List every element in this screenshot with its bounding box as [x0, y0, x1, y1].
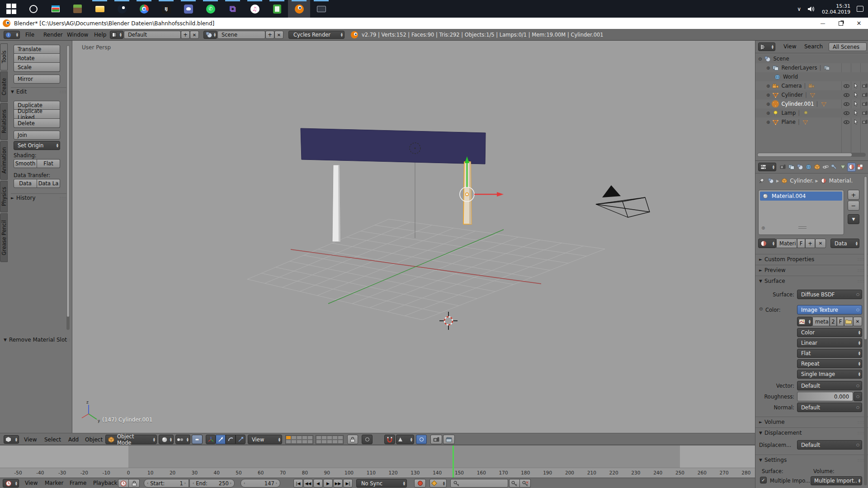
- material-fake-user-button[interactable]: F: [797, 239, 805, 248]
- custom-properties-panel[interactable]: ►Custom Properties::::: [755, 254, 868, 264]
- prev-keyframe-button[interactable]: ◀◀: [303, 479, 313, 488]
- keying-set-field[interactable]: [450, 479, 508, 488]
- image-option-extension-select[interactable]: Repeat▲▼: [797, 359, 862, 368]
- surface-panel[interactable]: ▼Surface::::: [755, 276, 868, 286]
- tab-world[interactable]: [804, 163, 813, 172]
- store-icon[interactable]: [44, 0, 66, 18]
- lock-range-icon[interactable]: [129, 479, 140, 488]
- tab-grease-pencil[interactable]: Grease Pencil: [0, 213, 8, 262]
- proportional-edit-icon[interactable]: [362, 435, 373, 444]
- image-users-button[interactable]: 2: [830, 317, 837, 326]
- tab-scene[interactable]: [796, 163, 804, 172]
- selectable-cursor-icon[interactable]: [852, 118, 859, 126]
- editor-type-timeline-button[interactable]: ▲▼: [3, 479, 19, 488]
- surface-shader-select[interactable]: Diffuse BSDF○: [797, 290, 862, 299]
- menu-help[interactable]: Help: [94, 32, 106, 38]
- settings-panel[interactable]: ▼Settings::::: [755, 455, 868, 465]
- outliner-filter-select[interactable]: All Scenes: [829, 42, 867, 51]
- render-restrict-icon[interactable]: [861, 91, 868, 99]
- image-unlink-button[interactable]: ✕: [853, 317, 862, 326]
- image-browse-button[interactable]: ▲▼: [797, 317, 812, 326]
- sync-mode-select[interactable]: No Sync▲▼: [356, 479, 407, 488]
- rotate-button[interactable]: Rotate: [14, 54, 60, 63]
- image-fake-user-button[interactable]: F: [837, 317, 844, 326]
- image-name-field[interactable]: meta: [812, 317, 830, 326]
- sign-board-object[interactable]: [301, 128, 486, 164]
- data-transfer-data-button[interactable]: Data: [14, 179, 37, 188]
- tab-object[interactable]: [813, 163, 821, 172]
- multiple-importance-checkbox[interactable]: ✓: [760, 477, 767, 483]
- manipulator-translate-button[interactable]: [216, 435, 226, 444]
- next-keyframe-button[interactable]: ▶▶: [333, 479, 343, 488]
- shade-flat-button[interactable]: Flat: [37, 159, 60, 168]
- left-pole-object[interactable]: [332, 165, 340, 242]
- frame-end-field[interactable]: ‹End:250›: [189, 479, 235, 488]
- expand-icon[interactable]: ⊕: [766, 93, 770, 98]
- tab-relations[interactable]: Relations: [0, 103, 8, 140]
- selectable-cursor-icon[interactable]: [852, 82, 859, 89]
- jump-to-start-button[interactable]: |◀: [293, 479, 303, 488]
- tool-shelf-scrollbar[interactable]: [66, 45, 70, 330]
- transform-orientation-select[interactable]: View▲▼: [248, 435, 282, 444]
- blender-icon[interactable]: [288, 0, 310, 18]
- auto-keyframe-record-button[interactable]: [414, 479, 426, 488]
- outliner-row-scene[interactable]: ⊖ Scene: [755, 54, 868, 63]
- outliner-search-menu[interactable]: Search: [804, 43, 823, 50]
- manipulator-axes-icon[interactable]: [206, 435, 216, 444]
- lock-to-scene-icon[interactable]: [347, 435, 358, 444]
- render-restrict-icon[interactable]: [861, 100, 868, 108]
- properties-scrollbar[interactable]: [864, 176, 867, 485]
- material-name-field[interactable]: Materi: [776, 239, 797, 248]
- view-menu[interactable]: View: [24, 436, 37, 443]
- outliner-row-cylinder001[interactable]: ⊕ Cylinder.001 |: [755, 99, 868, 108]
- delete-keyframe-button[interactable]: ✕: [520, 479, 531, 488]
- material-unlink-button[interactable]: ✕: [815, 239, 826, 248]
- volume-icon[interactable]: [807, 6, 816, 12]
- tab-render[interactable]: [778, 163, 787, 172]
- playhead[interactable]: [453, 446, 454, 478]
- expand-icon[interactable]: ⊕: [766, 84, 770, 89]
- pin-icon[interactable]: [758, 177, 765, 184]
- vector-select[interactable]: Default○: [797, 381, 862, 390]
- object-menu[interactable]: Object: [85, 436, 103, 443]
- mode-select[interactable]: Object Mode▲▼: [105, 435, 157, 444]
- shade-smooth-button[interactable]: Smooth: [14, 159, 37, 168]
- frame-start-field[interactable]: ‹Start:1›: [144, 479, 189, 488]
- edit-panel-header[interactable]: ▼Edit::::: [11, 87, 69, 95]
- add-menu[interactable]: Add: [68, 436, 79, 443]
- roughness-socket-button[interactable]: ○: [854, 392, 862, 401]
- outliner-row-lamp[interactable]: ⊕ Lamp |: [755, 108, 868, 117]
- steam-icon[interactable]: [111, 0, 133, 18]
- volume-sampling-select[interactable]: Multiple Import...▲▼: [811, 476, 862, 485]
- camera-object[interactable]: [596, 185, 650, 217]
- timeline-ruler[interactable]: -50-40-30-20-100102030405060708090100110…: [0, 468, 755, 478]
- multiple-importance-check-label[interactable]: Multiple Impo...: [770, 478, 810, 484]
- tab-render-layers[interactable]: [787, 163, 796, 172]
- history-panel-header[interactable]: ►History::::: [11, 193, 69, 202]
- selectable-cursor-icon[interactable]: [852, 100, 859, 108]
- set-origin-select[interactable]: Set Origin▲▼: [14, 141, 60, 150]
- color-input-select[interactable]: Image Texture○: [797, 305, 862, 314]
- slot-remove-button[interactable]: −: [848, 201, 859, 211]
- tab-material[interactable]: [847, 163, 856, 172]
- outliner-row-camera[interactable]: ⊕ Camera |: [755, 81, 868, 90]
- delete-button[interactable]: Delete: [14, 119, 60, 128]
- scene-icon-button[interactable]: ▲▼: [203, 31, 217, 39]
- intellij-icon[interactable]: IJ: [155, 0, 177, 18]
- hide-eye-icon[interactable]: [843, 100, 850, 108]
- insert-keyframe-button[interactable]: [509, 479, 520, 488]
- editor-type-3dview-button[interactable]: ▲▼: [4, 435, 19, 444]
- image-option-color-select[interactable]: Color▲▼: [797, 328, 862, 337]
- join-button[interactable]: Join: [14, 131, 60, 140]
- minimize-button[interactable]: —: [814, 18, 832, 29]
- expand-icon[interactable]: ⊕: [766, 66, 770, 70]
- expand-icon[interactable]: ⊕: [766, 102, 770, 107]
- tab-physics[interactable]: Physics: [0, 181, 8, 212]
- keying-mode-select[interactable]: ▲▼: [429, 479, 447, 488]
- itunes-icon[interactable]: ♫: [244, 0, 266, 18]
- translate-button[interactable]: Translate: [14, 45, 60, 54]
- layout-delete-button[interactable]: ✕: [190, 31, 199, 39]
- material-new-button[interactable]: +: [805, 239, 815, 248]
- snap-element-select[interactable]: ▲▼: [396, 435, 414, 444]
- tray-clock[interactable]: 15:3102.04.2019: [822, 3, 850, 15]
